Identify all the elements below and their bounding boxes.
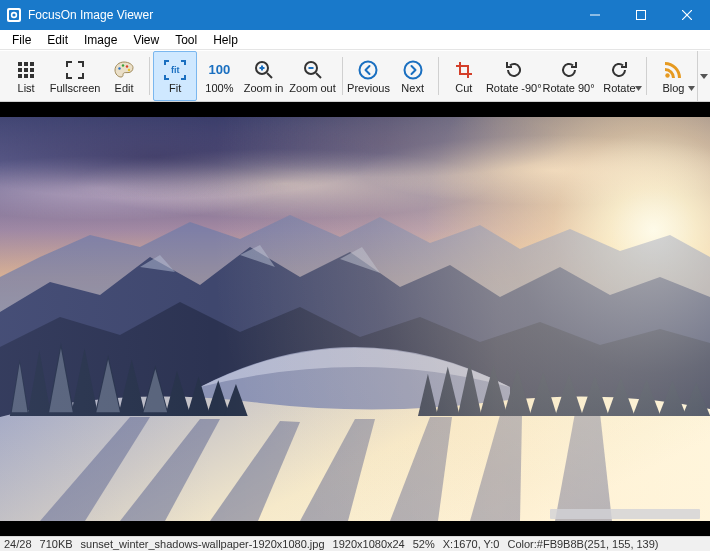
next-button[interactable]: Next (391, 51, 435, 101)
status-color: Color:#FB9B8B(251, 155, 139) (507, 538, 658, 550)
grid-icon (15, 59, 37, 81)
rotate-90-button[interactable]: Rotate 90° (542, 51, 596, 101)
svg-point-20 (128, 68, 130, 70)
image-watermark (550, 509, 700, 519)
displayed-image (0, 117, 710, 521)
menu-edit[interactable]: Edit (39, 31, 76, 49)
crop-icon (453, 59, 475, 81)
zoom-in-button[interactable]: Zoom in (242, 51, 286, 101)
list-label: List (18, 83, 35, 94)
svg-marker-32 (688, 86, 695, 91)
cut-button[interactable]: Cut (442, 51, 486, 101)
fullscreen-icon (64, 59, 86, 81)
window-controls (572, 0, 710, 30)
svg-point-3 (12, 13, 15, 16)
menubar: File Edit Image View Tool Help (0, 30, 710, 50)
svg-point-28 (360, 61, 377, 78)
fullscreen-button[interactable]: Fullscreen (48, 51, 102, 101)
rotate-neg90-label: Rotate -90° (486, 83, 542, 94)
svg-rect-12 (24, 68, 28, 72)
toolbar-separator (646, 57, 647, 95)
svg-rect-8 (18, 62, 22, 66)
arrow-left-circle-icon (357, 59, 379, 81)
palette-icon (113, 59, 135, 81)
rotate-ccw-icon (503, 59, 525, 81)
hundred-button[interactable]: 100 100% (197, 51, 241, 101)
hundred-icon: 100 (208, 59, 230, 81)
hundred-label: 100% (205, 83, 233, 94)
rotate-icon (608, 59, 630, 81)
svg-rect-13 (30, 68, 34, 72)
menu-image[interactable]: Image (76, 31, 125, 49)
toolbar: List Fullscreen Edit fit Fit 100 100% Zo… (0, 50, 710, 102)
status-filename: sunset_winter_shadows-wallpaper-1920x108… (81, 538, 325, 550)
status-coords: X:1670, Y:0 (443, 538, 500, 550)
zoom-in-icon (253, 59, 275, 81)
toolbar-overflow[interactable] (697, 51, 710, 101)
edit-button[interactable]: Edit (102, 51, 146, 101)
minimize-button[interactable] (572, 0, 618, 30)
maximize-button[interactable] (618, 0, 664, 30)
zoom-out-icon (302, 59, 324, 81)
rotate-cw-icon (558, 59, 580, 81)
edit-label: Edit (115, 83, 134, 94)
svg-rect-15 (24, 74, 28, 78)
titlebar: FocusOn Image Viewer (0, 0, 710, 30)
fit-button[interactable]: fit Fit (153, 51, 197, 101)
blog-label: Blog (662, 83, 684, 94)
zoom-out-button[interactable]: Zoom out (286, 51, 340, 101)
rotate-label: Rotate (603, 83, 635, 94)
svg-point-31 (666, 73, 670, 77)
image-viewport[interactable] (0, 102, 710, 536)
fit-label: Fit (169, 83, 181, 94)
cut-label: Cut (455, 83, 472, 94)
chevron-down-icon (635, 86, 642, 91)
status-index: 24/28 (4, 538, 32, 550)
toolbar-separator (149, 57, 150, 95)
previous-button[interactable]: Previous (346, 51, 390, 101)
close-button[interactable] (664, 0, 710, 30)
statusbar: 24/28 710KB sunset_winter_shadows-wallpa… (0, 536, 710, 551)
svg-rect-5 (637, 11, 646, 20)
svg-point-18 (122, 64, 124, 66)
svg-point-19 (126, 65, 128, 67)
blog-button[interactable]: Blog (650, 51, 696, 101)
menu-file[interactable]: File (4, 31, 39, 49)
toolbar-separator (438, 57, 439, 95)
previous-label: Previous (347, 83, 390, 94)
arrow-right-circle-icon (402, 59, 424, 81)
menu-tool[interactable]: Tool (167, 31, 205, 49)
titlebar-title: FocusOn Image Viewer (28, 8, 572, 22)
zoom-in-label: Zoom in (244, 83, 284, 94)
chevron-down-icon (688, 86, 695, 91)
toolbar-separator (342, 57, 343, 95)
rss-icon (662, 59, 684, 81)
svg-point-29 (404, 61, 421, 78)
zoom-out-label: Zoom out (289, 83, 335, 94)
svg-rect-9 (24, 62, 28, 66)
rotate-90-label: Rotate 90° (542, 83, 594, 94)
svg-marker-33 (700, 74, 708, 79)
svg-point-17 (118, 67, 120, 69)
svg-line-26 (316, 73, 321, 78)
svg-rect-16 (30, 74, 34, 78)
status-dimensions: 1920x1080x24 (333, 538, 405, 550)
rotate-neg90-button[interactable]: Rotate -90° (486, 51, 542, 101)
svg-marker-30 (635, 86, 642, 91)
rotate-button[interactable]: Rotate (595, 51, 643, 101)
menu-view[interactable]: View (125, 31, 167, 49)
app-icon (6, 7, 22, 23)
svg-rect-11 (18, 68, 22, 72)
next-label: Next (401, 83, 424, 94)
svg-line-22 (267, 73, 272, 78)
status-file-size: 710KB (40, 538, 73, 550)
svg-rect-10 (30, 62, 34, 66)
fullscreen-label: Fullscreen (50, 83, 101, 94)
svg-rect-14 (18, 74, 22, 78)
list-button[interactable]: List (4, 51, 48, 101)
status-zoom: 52% (413, 538, 435, 550)
menu-help[interactable]: Help (205, 31, 246, 49)
fit-icon: fit (164, 59, 186, 81)
